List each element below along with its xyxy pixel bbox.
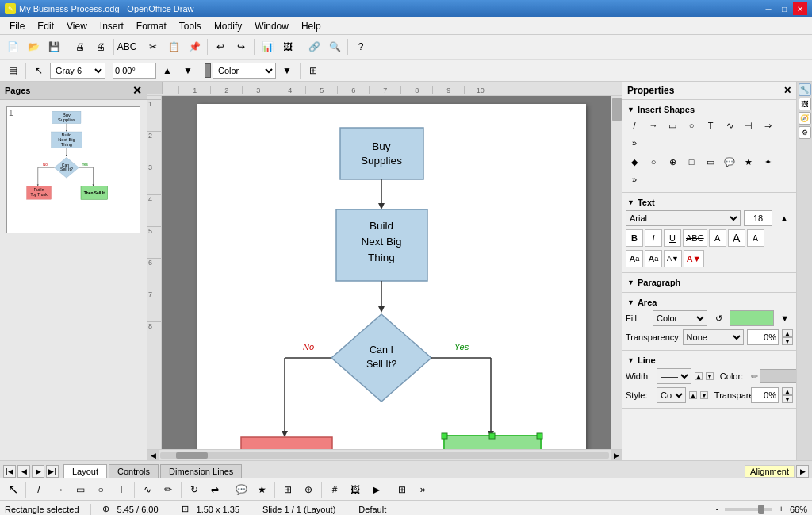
h-scrollbar-thumb[interactable] <box>176 452 208 459</box>
new-button[interactable]: 📄 <box>3 38 22 56</box>
flow-tool[interactable]: □ <box>683 154 700 170</box>
v-scrollbar[interactable] <box>611 96 622 449</box>
menu-tools[interactable]: Tools <box>173 19 208 33</box>
star-draw-tool[interactable]: ★ <box>252 481 271 498</box>
menu-edit[interactable]: Edit <box>31 19 60 33</box>
menu-file[interactable]: File <box>3 19 31 33</box>
zoom-in-button[interactable]: + <box>779 505 783 513</box>
line-width-up[interactable]: ▲ <box>695 372 703 380</box>
color-mode-dropdown[interactable]: Color <box>213 63 276 79</box>
line-width-down[interactable]: ▼ <box>706 372 714 380</box>
rotation-input[interactable] <box>113 63 156 79</box>
smaller-button[interactable]: A <box>747 229 764 247</box>
char-spacing-button[interactable]: A▼ <box>664 250 682 267</box>
line-transp-up[interactable]: ▲ <box>782 387 793 395</box>
line-width-select[interactable]: —— <box>657 368 691 384</box>
image-tool[interactable]: 🖼 <box>346 481 365 498</box>
drawing-canvas[interactable]: Buy Supplies Build Next Big Thing <box>162 96 622 449</box>
pdf-button[interactable]: 🖨 <box>71 38 90 56</box>
menu-window[interactable]: Window <box>248 19 295 33</box>
more-tool[interactable]: » <box>626 135 643 151</box>
line-transp-down[interactable]: ▼ <box>782 395 793 403</box>
rotate-tool[interactable]: ↻ <box>185 481 204 498</box>
sidebar-style-icon[interactable]: ⚙ <box>799 126 811 139</box>
text-header[interactable]: Text <box>622 196 796 209</box>
transp-up-button[interactable]: ▲ <box>782 329 793 337</box>
transparency-value[interactable] <box>747 329 779 345</box>
properties-close-button[interactable]: ✕ <box>783 85 791 96</box>
sidebar-gallery-icon[interactable]: 🖼 <box>799 98 811 110</box>
table-tool[interactable]: ⊞ <box>393 481 412 498</box>
h-scrollbar[interactable] <box>160 452 609 459</box>
freehand-tool[interactable]: ✏ <box>159 481 178 498</box>
more2-tool[interactable]: » <box>626 171 643 187</box>
speech-tool[interactable]: 💬 <box>721 154 738 170</box>
last-page-button[interactable]: ▶| <box>46 465 59 478</box>
fill-refresh-button[interactable]: ↺ <box>710 310 726 326</box>
rotation-up[interactable]: ▲ <box>158 62 177 79</box>
chart-button[interactable]: 📊 <box>258 38 277 56</box>
rect-draw-tool[interactable]: ▭ <box>71 481 90 498</box>
line-color-swatch[interactable] <box>760 369 796 383</box>
menu-insert[interactable]: Insert <box>94 19 130 33</box>
sidebar-properties-icon[interactable]: 🔧 <box>799 83 811 96</box>
open-button[interactable]: 📂 <box>24 38 43 56</box>
transp-down-button[interactable]: ▼ <box>782 337 793 345</box>
line-style-up[interactable]: ▲ <box>689 391 697 399</box>
connector-tool[interactable]: ⊣ <box>740 117 757 133</box>
close-button[interactable]: ✕ <box>793 2 807 15</box>
text-draw-tool[interactable]: T <box>112 481 131 498</box>
tab-layout[interactable]: Layout <box>63 464 107 478</box>
area-header[interactable]: Area <box>622 296 796 309</box>
minimize-button[interactable]: ─ <box>761 2 776 15</box>
font-size-up[interactable]: ▲ <box>776 210 793 226</box>
help-button[interactable]: ? <box>351 38 370 56</box>
pages-close-button[interactable]: ✕ <box>132 84 142 97</box>
diamond-tool[interactable]: ◆ <box>626 154 643 170</box>
line-transp-value[interactable] <box>751 387 779 403</box>
sup-button[interactable]: Aa <box>626 250 643 267</box>
color-dropdown[interactable]: Gray 6 <box>50 63 105 79</box>
menu-view[interactable]: View <box>60 19 94 33</box>
cut-button[interactable]: ✂ <box>144 38 163 56</box>
rotation-down[interactable]: ▼ <box>178 62 197 79</box>
scroll-right-button[interactable]: ▶ <box>611 450 622 461</box>
italic-button[interactable]: I <box>645 229 662 247</box>
line-tool[interactable]: / <box>626 117 643 133</box>
fill-color-swatch[interactable] <box>730 310 773 326</box>
menu-format[interactable]: Format <box>130 19 173 33</box>
arrow-draw-tool[interactable]: → <box>50 481 69 498</box>
strikethrough-button[interactable]: ABC <box>683 229 707 247</box>
sub-button[interactable]: Aa <box>645 250 662 267</box>
3d-tool[interactable]: ⊞ <box>278 481 297 498</box>
rect-tool[interactable]: ▭ <box>664 117 681 133</box>
callout-tool[interactable]: ○ <box>645 154 662 170</box>
undo-button[interactable]: ↩ <box>211 38 230 56</box>
underline-button[interactable]: U <box>664 229 681 247</box>
first-page-button[interactable]: |◀ <box>3 465 16 478</box>
font-color-button[interactable]: A▼ <box>684 250 704 267</box>
larger-button[interactable]: A <box>728 229 745 247</box>
copy-button[interactable]: 📋 <box>164 38 183 56</box>
bang-tool[interactable]: ✦ <box>759 154 776 170</box>
zoom-slider[interactable] <box>725 508 772 511</box>
line-style-select[interactable]: Co <box>657 387 686 403</box>
circle-tool[interactable]: ○ <box>683 117 700 133</box>
redo-button[interactable]: ↪ <box>232 38 251 56</box>
gallery-button[interactable]: 🖼 <box>278 38 297 56</box>
font-select[interactable]: Arial <box>626 210 741 226</box>
line-style-down[interactable]: ▼ <box>700 391 708 399</box>
menu-help[interactable]: Help <box>295 19 327 33</box>
save-button[interactable]: 💾 <box>44 38 63 56</box>
color-mode-btn[interactable]: ▼ <box>278 62 297 79</box>
arrow-btn[interactable]: ↖ <box>29 62 48 79</box>
transparency-select[interactable]: None <box>683 329 744 345</box>
curve-draw-tool[interactable]: ∿ <box>138 481 157 498</box>
scroll-tabs-right[interactable]: ▶ <box>796 465 809 478</box>
fill-color-dropdown[interactable]: ▼ <box>777 310 793 326</box>
print-button[interactable]: 🖨 <box>91 38 110 56</box>
tab-dimension-lines[interactable]: Dimension Lines <box>160 464 242 478</box>
arrow-tool[interactable]: → <box>645 117 662 133</box>
movie-tool[interactable]: ▶ <box>366 481 385 498</box>
flip-tool[interactable]: ⇌ <box>205 481 224 498</box>
